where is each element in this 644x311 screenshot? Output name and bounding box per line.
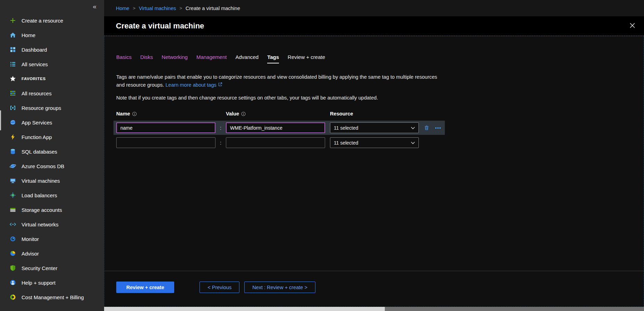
sidebar-item-home[interactable]: Home (0, 28, 104, 42)
storage-accounts-icon (9, 206, 16, 213)
sidebar-item-resource-groups[interactable]: Resource groups (0, 101, 104, 115)
sidebar-item-label: App Services (22, 120, 52, 126)
tab-networking[interactable]: Networking (162, 54, 188, 63)
name-value-separator: : (215, 140, 226, 146)
column-label: Resource (330, 111, 353, 116)
sidebar-item-label: Load balancers (22, 192, 57, 198)
tags-table: NameValueResource :11 selected•••:11 sel… (113, 111, 644, 150)
close-button[interactable] (628, 21, 636, 31)
help-support-icon (9, 279, 16, 286)
column-label: Value (226, 111, 239, 116)
resource-dropdown[interactable]: 11 selected (330, 137, 419, 148)
sidebar-item-create-a-resource[interactable]: Create a resource (0, 13, 104, 28)
horizontal-scrollbar[interactable] (104, 307, 644, 311)
sidebar-item-label: Dashboard (22, 47, 47, 53)
sidebar-item-label: Help + support (22, 280, 56, 286)
plus-icon (9, 17, 16, 24)
external-link-icon (218, 82, 222, 87)
resource-groups-icon (9, 104, 16, 111)
column-header-name: Name (116, 111, 226, 116)
azure-portal: « Create a resourceHomeDashboardAll serv… (0, 0, 644, 311)
sidebar-item-all-services[interactable]: All services (0, 57, 104, 71)
tag-name-input[interactable] (116, 122, 215, 133)
sidebar-item-load-balancers[interactable]: Load balancers (0, 188, 104, 202)
sidebar-item-security-center[interactable]: Security Center (0, 261, 104, 275)
name-value-separator: : (215, 125, 226, 131)
sidebar-item-cost-management-billing[interactable]: Cost Management + Billing (0, 290, 104, 304)
cost-management-icon (9, 294, 16, 301)
security-center-icon (9, 265, 16, 271)
sidebar-header: « (0, 0, 104, 12)
main-area: Home>Virtual machines>Create a virtual m… (104, 0, 644, 311)
resource-dropdown[interactable]: 11 selected (330, 122, 419, 133)
sidebar-item-label: Virtual machines (22, 178, 60, 184)
learn-more-link[interactable]: Learn more about tags (166, 82, 222, 88)
tab-disks[interactable]: Disks (140, 54, 153, 63)
sidebar-item-help-support[interactable]: Help + support (0, 275, 104, 290)
column-label: Name (116, 111, 130, 116)
sidebar-item-sql-databases[interactable]: SQL databases (0, 144, 104, 159)
tag-row-2: :11 selected (113, 136, 422, 150)
sidebar-item-storage-accounts[interactable]: Storage accounts (0, 202, 104, 217)
sidebar-item-favorites: FAVORITES (0, 71, 104, 86)
tag-value-input[interactable] (226, 122, 325, 133)
info-icon[interactable] (132, 112, 137, 116)
app-services-icon (9, 119, 16, 126)
resource-dropdown-value: 11 selected (334, 140, 358, 146)
star-icon (9, 75, 16, 82)
breadcrumb-home[interactable]: Home (116, 6, 129, 11)
sidebar-item-label: Advisor (22, 251, 39, 257)
sidebar-item-dashboard[interactable]: Dashboard (0, 42, 104, 57)
next-button[interactable]: Next : Review + create > (244, 282, 315, 293)
tag-name-input[interactable] (116, 137, 215, 148)
sidebar-item-advisor[interactable]: Advisor (0, 246, 104, 261)
breadcrumb-virtual-machines[interactable]: Virtual machines (139, 6, 176, 11)
sidebar-item-label: Monitor (22, 236, 39, 242)
tab-basics[interactable]: Basics (116, 54, 132, 63)
sidebar-item-monitor[interactable]: Monitor (0, 232, 104, 246)
load-balancers-icon (9, 192, 16, 199)
sidebar-item-label: All services (22, 61, 48, 67)
sidebar-item-label: Home (22, 32, 35, 38)
all-resources-icon (9, 90, 16, 97)
tag-value-input[interactable] (226, 137, 325, 148)
tab-advanced[interactable]: Advanced (235, 54, 259, 63)
tab-review-create[interactable]: Review + create (288, 54, 325, 63)
function-app-icon (9, 133, 16, 140)
sidebar-item-azure-cosmos-db[interactable]: Azure Cosmos DB (0, 159, 104, 173)
sidebar-item-label: Cost Management + Billing (22, 294, 84, 300)
page-title: Create a virtual machine (116, 21, 204, 31)
sidebar-item-all-resources[interactable]: All resources (0, 86, 104, 101)
previous-button[interactable]: < Previous (200, 282, 239, 293)
dashboard-icon (9, 46, 16, 53)
tab-bar: BasicsDisksNetworkingManagementAdvancedT… (116, 54, 644, 63)
tags-note: Note that if you create tags and then ch… (116, 95, 632, 101)
tab-management[interactable]: Management (196, 54, 227, 63)
sidebar-item-label: SQL databases (22, 149, 57, 155)
more-options-button[interactable]: ••• (434, 124, 442, 131)
advisor-icon (9, 250, 16, 257)
review-create-button[interactable]: Review + create (116, 282, 174, 293)
sidebar-item-label: Security Center (22, 265, 57, 271)
description-text: Tags are name/value pairs that enable yo… (116, 74, 437, 88)
breadcrumb-separator: > (133, 6, 136, 11)
monitor-icon (9, 235, 16, 242)
sidebar-item-app-services[interactable]: App Services (0, 115, 104, 130)
tag-row-1: :11 selected••• (113, 121, 445, 135)
footer: Review + create < Previous Next : Review… (104, 271, 644, 306)
sidebar-item-virtual-networks[interactable]: Virtual networks (0, 217, 104, 232)
column-header-value: Value (226, 111, 330, 116)
delete-row-button[interactable] (423, 124, 430, 131)
sidebar-scrollbar[interactable] (0, 110, 1, 130)
sidebar-item-function-app[interactable]: Function App (0, 130, 104, 144)
create-vm-panel: BasicsDisksNetworkingManagementAdvancedT… (104, 36, 644, 307)
sidebar-item-virtual-machines[interactable]: Virtual machines (0, 173, 104, 188)
sidebar-menu: Create a resourceHomeDashboardAll servic… (0, 12, 104, 304)
sidebar: « Create a resourceHomeDashboardAll serv… (0, 0, 104, 311)
tab-tags[interactable]: Tags (267, 54, 279, 63)
sidebar-collapse-button[interactable]: « (91, 3, 99, 10)
close-icon (630, 23, 635, 29)
horizontal-scrollbar-thumb[interactable] (104, 307, 385, 311)
info-icon[interactable] (241, 112, 246, 116)
tags-table-header: NameValueResource (113, 111, 644, 116)
